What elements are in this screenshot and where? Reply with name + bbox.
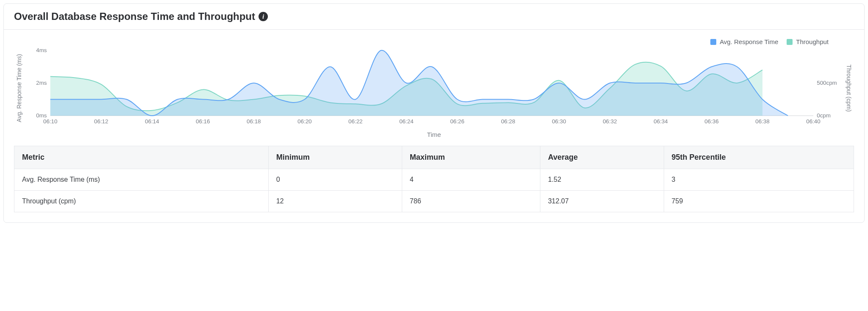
svg-text:2ms: 2ms xyxy=(36,80,47,86)
svg-text:06:18: 06:18 xyxy=(247,118,261,125)
svg-text:06:20: 06:20 xyxy=(298,118,312,125)
cell-95: 759 xyxy=(664,191,854,212)
svg-text:06:26: 06:26 xyxy=(450,118,464,125)
legend-swatch-throughput xyxy=(787,39,793,45)
card-header: Overall Database Response Time and Throu… xyxy=(4,4,864,30)
svg-text:0cpm: 0cpm xyxy=(817,112,831,119)
col-95th: 95th Percentile xyxy=(664,146,854,169)
x-axis-label: Time xyxy=(14,131,854,138)
svg-text:06:10: 06:10 xyxy=(43,118,57,125)
legend-swatch-response-time xyxy=(710,39,716,45)
col-metric: Metric xyxy=(14,146,269,169)
cell-min: 12 xyxy=(268,191,402,212)
svg-text:06:32: 06:32 xyxy=(603,118,617,125)
svg-text:06:36: 06:36 xyxy=(704,118,718,125)
cell-metric: Avg. Response Time (ms) xyxy=(14,169,269,191)
card-body: Avg. Response Time Throughput Avg. Respo… xyxy=(4,30,864,222)
svg-text:06:24: 06:24 xyxy=(399,118,413,125)
card-title: Overall Database Response Time and Throu… xyxy=(14,11,255,22)
metrics-card: Overall Database Response Time and Throu… xyxy=(3,3,865,223)
legend-item-response-time[interactable]: Avg. Response Time xyxy=(710,38,778,45)
info-icon[interactable]: i xyxy=(259,12,268,21)
svg-text:06:38: 06:38 xyxy=(755,118,769,125)
cell-max: 786 xyxy=(402,191,540,212)
chart-svg: 0ms2ms4ms0cpm500cpm06:1006:1206:1406:160… xyxy=(24,48,844,128)
chart-legend: Avg. Response Time Throughput xyxy=(14,38,854,45)
table-header: Metric Minimum Maximum Average 95th Perc… xyxy=(14,146,854,169)
chart-container: Avg. Response Time (ms) 0ms2ms4ms0cpm500… xyxy=(14,48,854,128)
cell-avg: 312.07 xyxy=(540,191,664,212)
svg-text:06:30: 06:30 xyxy=(552,118,566,125)
legend-label-throughput: Throughput xyxy=(796,38,829,45)
cell-min: 0 xyxy=(268,169,402,191)
table-row: Throughput (cpm) 12 786 312.07 759 xyxy=(14,191,854,212)
col-minimum: Minimum xyxy=(268,146,402,169)
svg-text:06:22: 06:22 xyxy=(348,118,362,125)
svg-text:06:34: 06:34 xyxy=(654,118,668,125)
y-axis-right-label: Throughput (cpm) xyxy=(844,48,854,128)
svg-text:500cpm: 500cpm xyxy=(817,80,837,86)
col-maximum: Maximum xyxy=(402,146,540,169)
svg-text:4ms: 4ms xyxy=(36,48,47,53)
svg-text:06:28: 06:28 xyxy=(501,118,515,125)
cell-avg: 1.52 xyxy=(540,169,664,191)
svg-text:06:40: 06:40 xyxy=(806,118,820,125)
cell-metric: Throughput (cpm) xyxy=(14,191,269,212)
chart-area: 0ms2ms4ms0cpm500cpm06:1006:1206:1406:160… xyxy=(24,48,844,128)
legend-label-response-time: Avg. Response Time xyxy=(720,38,778,45)
stats-table: Metric Minimum Maximum Average 95th Perc… xyxy=(14,146,854,212)
y-axis-left-label: Avg. Response Time (ms) xyxy=(14,48,24,128)
legend-item-throughput[interactable]: Throughput xyxy=(787,38,829,45)
svg-text:06:14: 06:14 xyxy=(145,118,159,125)
svg-text:06:12: 06:12 xyxy=(94,118,108,125)
col-average: Average xyxy=(540,146,664,169)
table-row: Avg. Response Time (ms) 0 4 1.52 3 xyxy=(14,169,854,191)
svg-text:0ms: 0ms xyxy=(36,112,47,119)
cell-95: 3 xyxy=(664,169,854,191)
cell-max: 4 xyxy=(402,169,540,191)
svg-text:06:16: 06:16 xyxy=(196,118,210,125)
